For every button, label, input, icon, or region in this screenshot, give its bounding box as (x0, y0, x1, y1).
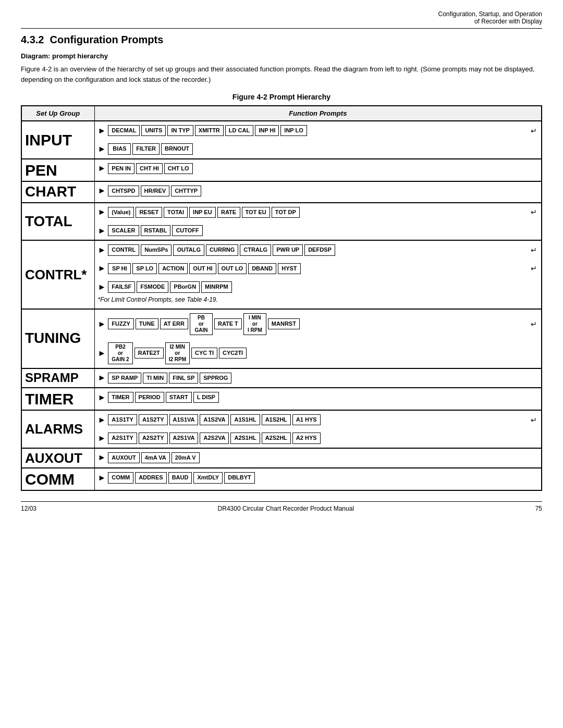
row-arrow: ► (98, 453, 106, 462)
intro-text: Figure 4-2 is an overview of the hierarc… (21, 64, 542, 84)
group-row: PEN►PEN INCHT HICHT LO (21, 159, 542, 181)
page-footer: 12/03 DR4300 Circular Chart Recorder Pro… (21, 501, 542, 512)
prompt-box: IN TYP (167, 125, 193, 136)
prompt-box: SP LO (132, 263, 157, 274)
prompt-row: ►SCALERRSTABLCUTOFF (98, 225, 538, 236)
prompt-row: ►CONTRLNumSPsOUTALGCURRNGCTRALGPWR UPDEF… (98, 244, 538, 255)
prompts-cell: ►FUZZYTUNEAT ERRPB or GAINRATE TI MIN or… (94, 309, 542, 339)
group-row: TOTAL►(Value)RESETTOTAIINP EURATETOT EUT… (21, 203, 542, 221)
row-arrow: ► (98, 226, 106, 236)
prompt-row: ►TIMERPERIODSTARTL DISP (98, 392, 538, 403)
prompt-box: TOT EU (242, 207, 270, 218)
prompts-cell: ►COMMADDRESBAUDXmtDLYDBLBYT (94, 468, 542, 490)
prompt-box: RATE T (214, 318, 242, 329)
prompt-box: HR/REV (141, 186, 170, 196)
prompt-box: OUT HI (189, 263, 216, 274)
prompt-box: SPPROG (200, 373, 231, 384)
prompt-row: ►AUXOUT4mA VA20mA V (98, 452, 538, 463)
footer-left: 12/03 (21, 505, 36, 512)
return-arrow: ↵ (531, 264, 537, 273)
section-title: 4.3.2 Configuration Prompts (21, 34, 542, 46)
prompts-cell: ►SP RAMPTI MINFINL SPSPPROG (94, 368, 542, 388)
section-heading: Configuration Prompts (50, 34, 164, 45)
group-row: COMM►COMMADDRESBAUDXmtDLYDBLBYT (21, 468, 542, 490)
prompt-box: DBLBYT (224, 472, 255, 483)
group-row: CHART►CHTSPDHR/REVCHTTYP (21, 181, 542, 203)
prompt-box: PB or GAIN (190, 313, 213, 335)
group-row: INPUT►DECMALUNITSIN TYPXMITTRLD CALINP H… (21, 121, 542, 140)
prompt-box: XMITTR (195, 125, 224, 136)
group-row: ►SCALERRSTABLCUTOFF (21, 221, 542, 240)
group-label-tuning: TUNING (21, 309, 94, 368)
group-label-chart: CHART (21, 181, 94, 203)
prompt-box: BRNOUT (161, 143, 193, 154)
prompt-box: A2S1TY (108, 433, 137, 443)
prompt-box: AUXOUT (108, 452, 139, 463)
return-arrow: ↵ (531, 127, 537, 135)
prompt-box: SP HI (108, 263, 131, 274)
prompts-cell: ►PB2 or GAIN 2RATE2TI2 MIN or I2 RPMCYC … (94, 339, 542, 368)
group-label-spramp: SPRAMP (21, 368, 94, 388)
section-number: 4.3.2 (21, 34, 44, 45)
prompt-box: AT ERR (160, 318, 188, 329)
footer-right: 75 (535, 505, 542, 512)
prompt-box: A2S2HL (262, 433, 291, 443)
prompt-box: A2S2TY (139, 433, 168, 443)
prompt-row: ►PB2 or GAIN 2RATE2TI2 MIN or I2 RPMCYC … (98, 342, 538, 364)
prompt-box: RATE2T (134, 348, 164, 359)
prompt-box: TOTAI (164, 207, 188, 218)
prompts-cell: ►TIMERPERIODSTARTL DISP (94, 388, 542, 410)
prompt-box: PBorGN (170, 281, 200, 292)
prompt-row: ►PEN INCHT HICHT LO (98, 163, 538, 174)
prompt-box: BAUD (168, 472, 192, 483)
prompt-box: TIMER (108, 392, 133, 403)
row-arrow: ► (98, 126, 106, 135)
row-arrow: ► (98, 434, 106, 443)
prompt-box: PWR UP (273, 244, 303, 255)
prompt-box: PB2 or GAIN 2 (108, 342, 132, 364)
prompt-row: ►A1S1TYA1S2TYA1S1VAA1S2VAA1S1HLA1S2HLA1 … (98, 414, 538, 425)
group-label-timer: TIMER (21, 388, 94, 410)
prompts-cell: ►PEN INCHT HICHT LO (94, 159, 542, 181)
row-arrow: ► (98, 393, 106, 402)
group-label-pen: PEN (21, 159, 94, 181)
prompt-row: ►SP HISP LOACTIONOUT HIOUT LODBANDHYST↵ (98, 263, 538, 274)
prompt-box: XmtDLY (193, 472, 223, 483)
prompt-box: A1S2HL (262, 414, 291, 425)
prompt-box: FUZZY (108, 318, 133, 329)
prompt-box: A1S2TY (139, 414, 168, 425)
group-label-input: INPUT (21, 121, 94, 159)
prompt-box: START (166, 392, 192, 403)
prompt-box: CHT HI (136, 163, 163, 174)
prompt-box: FAILSF (108, 281, 135, 292)
prompt-box: RSTABL (141, 225, 171, 236)
prompt-box: TI MIN (143, 373, 167, 384)
return-arrow: ↵ (531, 320, 537, 328)
prompt-box: 4mA VA (141, 452, 170, 463)
page-header: Configuration, Startup, and Operation of… (21, 10, 542, 29)
row-arrow: ► (98, 264, 106, 273)
group-row: AUXOUT►AUXOUT4mA VA20mA V (21, 448, 542, 468)
prompts-cell: ►FAILSFFSMODEPBorGNMINRPM*For Limit Cont… (94, 278, 542, 309)
prompts-cell: ►BIASFILTERBRNOUT (94, 140, 542, 158)
diagram-subtitle: Diagram: prompt hierarchy (21, 52, 542, 60)
prompt-row: ►COMMADDRESBAUDXmtDLYDBLBYT (98, 472, 538, 483)
prompt-box: HYST (278, 263, 301, 274)
figure-label: Figure 4-2 Prompt Hierarchy (21, 93, 542, 101)
prompt-box: A1 HYS (292, 414, 321, 425)
row-arrow: ► (98, 164, 106, 173)
prompts-cell: ►DECMALUNITSIN TYPXMITTRLD CALINP HIINP … (94, 121, 542, 140)
prompt-box: PERIOD (135, 392, 164, 403)
col2-header: Function Prompts (94, 106, 542, 121)
prompt-box: A2S1VA (169, 433, 199, 443)
prompt-box: LD CAL (225, 125, 253, 136)
prompt-box: I MIN or I RPM (243, 313, 266, 335)
prompt-row: ►(Value)RESETTOTAIINP EURATETOT EUTOT DP… (98, 207, 538, 218)
prompt-row: ►FAILSFFSMODEPBorGNMINRPM (98, 281, 538, 292)
prompt-box: MINRPM (201, 281, 232, 292)
prompt-box: TUNE (136, 318, 158, 329)
header-line2: of Recorder with Display (21, 18, 542, 25)
prompt-box: INP EU (189, 207, 215, 218)
footer-center: DR4300 Circular Chart Recorder Product M… (218, 505, 354, 512)
prompt-row: ►DECMALUNITSIN TYPXMITTRLD CALINP HIINP … (98, 125, 538, 136)
